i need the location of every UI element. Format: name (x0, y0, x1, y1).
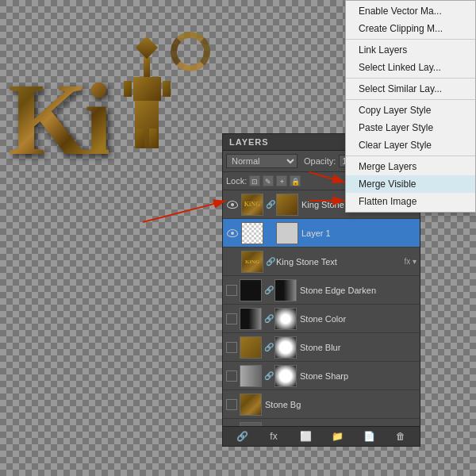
layer-row-stone-color[interactable]: 🔗 Stone Color (223, 305, 420, 333)
menu-item-link-layers[interactable]: Link Layers (346, 41, 475, 59)
context-menu: Enable Vector Ma... Create Clipping M...… (345, 0, 476, 213)
eye-icon-2[interactable] (226, 255, 239, 268)
layer-checkbox-3[interactable] (226, 285, 237, 296)
layer-checkbox-7[interactable] (226, 399, 237, 410)
layer-row-layer1[interactable]: Layer 1 (223, 219, 420, 248)
lock-image-icon[interactable]: ✎ (263, 175, 274, 186)
layer-thumb-1 (241, 222, 263, 244)
menu-separator-1 (346, 39, 475, 40)
new-group-icon[interactable]: 📁 (329, 430, 345, 443)
layer-checkbox-6[interactable] (226, 370, 237, 382)
layer-mask-1 (276, 222, 298, 244)
layers-list: KiNG 🔗 King Stone Sh... Layer 1 KiNG 🔗 K… (223, 190, 420, 444)
layer-name-2: King Stone Text (276, 257, 402, 267)
fx-icon[interactable]: fx (266, 430, 282, 443)
blend-mode-select[interactable]: Normal (226, 154, 298, 168)
layer-row-stone-sharp[interactable]: 🔗 Stone Sharp (223, 362, 420, 390)
menu-separator-4 (346, 155, 475, 156)
menu-item-select-linked[interactable]: Select Linked Lay... (346, 59, 475, 76)
lock-all-icon[interactable]: 🔒 (290, 175, 301, 186)
stone-text-display: Ki (0, 24, 226, 214)
layers-footer: 🔗 fx ⬜ 📁 📄 🗑 (223, 426, 420, 446)
layer-link-4: 🔗 (265, 308, 273, 330)
add-mask-icon[interactable]: ⬜ (298, 430, 313, 443)
new-layer-icon[interactable]: 📄 (361, 430, 377, 443)
menu-item-clear-style[interactable]: Clear Layer Style (346, 136, 475, 154)
layer-mask-3 (274, 279, 297, 301)
layer-mask-5 (274, 336, 297, 359)
layer-row-stone-blur[interactable]: 🔗 Stone Blur (223, 333, 420, 362)
layer-name-7: Stone Bg (265, 400, 416, 409)
layer-link-3: 🔗 (265, 279, 273, 301)
layer-checkbox-5[interactable] (226, 342, 237, 353)
layer-link-2: 🔗 (267, 251, 274, 273)
layer-row-king-stone-text[interactable]: KiNG 🔗 King Stone Text fx ▾ (223, 248, 420, 276)
layer-thumb-2: KiNG (241, 251, 263, 273)
stone-text-ki: Ki (8, 67, 109, 171)
menu-item-merge-visible[interactable]: Merge Visible (346, 175, 475, 193)
layer-name-4: Stone Color (300, 314, 416, 324)
layer-name-6: Stone Sharp (300, 371, 416, 381)
menu-item-enable-vector[interactable]: Enable Vector Ma... (346, 2, 475, 20)
menu-item-select-similar[interactable]: Select Similar Lay... (346, 80, 475, 98)
lock-position-icon[interactable]: + (276, 175, 287, 186)
menu-item-merge-layers[interactable]: Merge Layers (346, 158, 475, 175)
layer-row-stone-edge[interactable]: 🔗 Stone Edge Darken (223, 276, 420, 305)
layer-fx-badge-2: fx ▾ (404, 257, 416, 266)
layer-name-3: Stone Edge Darken (300, 286, 416, 295)
layer-mask-0 (276, 194, 298, 216)
layer-thumb-5 (240, 336, 262, 359)
layer-link-0: 🔗 (267, 194, 274, 216)
menu-item-create-clipping[interactable]: Create Clipping M... (346, 20, 475, 37)
lock-label: Lock: (226, 176, 247, 186)
layer-name-5: Stone Blur (300, 343, 416, 352)
layer-row-stone-bg[interactable]: Stone Bg (223, 390, 420, 419)
lock-transparent-icon[interactable]: ⊡ (249, 175, 260, 186)
menu-item-copy-style[interactable]: Copy Layer Style (346, 102, 475, 119)
layer-link-1 (267, 222, 274, 244)
menu-separator-3 (346, 99, 475, 100)
layer-link-5: 🔗 (265, 336, 273, 359)
layer-mask-6 (274, 365, 297, 387)
layer-thumb-6 (240, 365, 262, 387)
eye-icon-1[interactable] (226, 227, 239, 240)
opacity-label: Opacity: (304, 156, 336, 166)
menu-separator-2 (346, 78, 475, 79)
layer-thumb-3 (240, 279, 262, 301)
eye-icon-0[interactable] (226, 198, 239, 211)
delete-icon[interactable]: 🗑 (393, 430, 409, 443)
layer-checkbox-4[interactable] (226, 313, 237, 324)
menu-item-paste-style[interactable]: Paste Layer Style (346, 119, 475, 136)
layer-link-6: 🔗 (265, 365, 273, 387)
layer-name-1: Layer 1 (301, 228, 416, 238)
link-layers-icon[interactable]: 🔗 (234, 430, 250, 443)
layer-thumb-0: KiNG (241, 194, 263, 216)
layer-mask-4 (274, 308, 297, 330)
menu-item-flatten-image[interactable]: Flatten Image (346, 193, 475, 210)
layer-thumb-7 (240, 393, 262, 416)
layer-thumb-4 (240, 308, 262, 330)
